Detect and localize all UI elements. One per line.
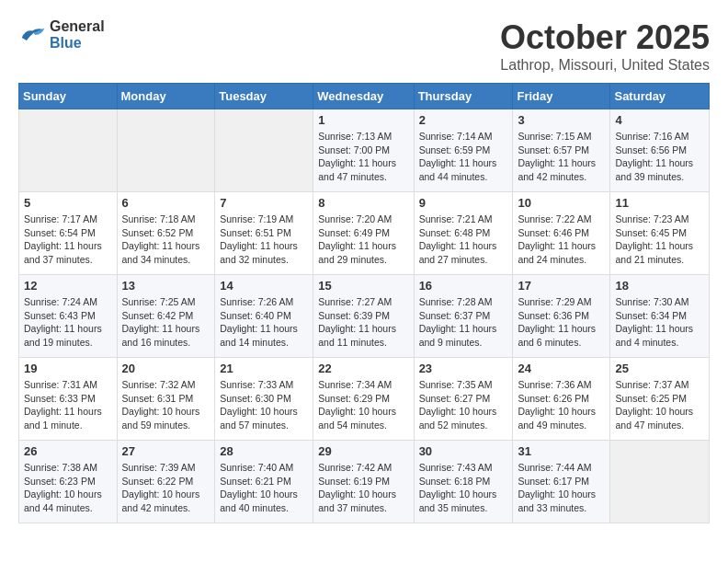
calendar-cell: 21Sunrise: 7:33 AM Sunset: 6:30 PM Dayli… xyxy=(215,358,313,441)
calendar-week-row: 26Sunrise: 7:38 AM Sunset: 6:23 PM Dayli… xyxy=(19,441,710,523)
day-number: 10 xyxy=(518,196,605,210)
calendar-cell: 16Sunrise: 7:28 AM Sunset: 6:37 PM Dayli… xyxy=(414,275,513,358)
day-number: 26 xyxy=(24,444,112,458)
day-number: 2 xyxy=(419,113,508,127)
day-info: Sunrise: 7:25 AM Sunset: 6:42 PM Dayligh… xyxy=(122,295,210,350)
title-block: October 2025 Lathrop, Missouri, United S… xyxy=(500,18,710,74)
calendar-cell: 28Sunrise: 7:40 AM Sunset: 6:21 PM Dayli… xyxy=(215,441,313,523)
day-info: Sunrise: 7:36 AM Sunset: 6:26 PM Dayligh… xyxy=(518,378,605,432)
weekday-header: Wednesday xyxy=(313,84,414,109)
day-info: Sunrise: 7:28 AM Sunset: 6:37 PM Dayligh… xyxy=(419,295,508,350)
day-number: 30 xyxy=(419,444,508,458)
bird-icon xyxy=(18,24,46,46)
day-info: Sunrise: 7:17 AM Sunset: 6:54 PM Dayligh… xyxy=(24,213,112,267)
calendar-cell: 13Sunrise: 7:25 AM Sunset: 6:42 PM Dayli… xyxy=(117,275,215,358)
day-info: Sunrise: 7:31 AM Sunset: 6:33 PM Dayligh… xyxy=(24,378,112,432)
day-number: 20 xyxy=(122,362,210,375)
calendar-week-row: 5Sunrise: 7:17 AM Sunset: 6:54 PM Daylig… xyxy=(19,192,710,275)
day-number: 1 xyxy=(318,113,408,127)
page-header: General Blue October 2025 Lathrop, Misso… xyxy=(18,18,710,74)
day-info: Sunrise: 7:33 AM Sunset: 6:30 PM Dayligh… xyxy=(220,378,308,432)
day-info: Sunrise: 7:38 AM Sunset: 6:23 PM Dayligh… xyxy=(24,461,112,515)
day-info: Sunrise: 7:23 AM Sunset: 6:45 PM Dayligh… xyxy=(615,213,704,267)
day-info: Sunrise: 7:18 AM Sunset: 6:52 PM Dayligh… xyxy=(122,213,210,267)
weekday-header-row: SundayMondayTuesdayWednesdayThursdayFrid… xyxy=(19,84,710,109)
day-info: Sunrise: 7:27 AM Sunset: 6:39 PM Dayligh… xyxy=(318,295,408,350)
day-info: Sunrise: 7:34 AM Sunset: 6:29 PM Dayligh… xyxy=(318,378,408,432)
day-info: Sunrise: 7:44 AM Sunset: 6:17 PM Dayligh… xyxy=(518,461,605,515)
calendar-cell: 25Sunrise: 7:37 AM Sunset: 6:25 PM Dayli… xyxy=(610,358,710,441)
calendar-cell: 6Sunrise: 7:18 AM Sunset: 6:52 PM Daylig… xyxy=(117,192,215,275)
day-number: 21 xyxy=(220,362,308,375)
calendar-cell: 3Sunrise: 7:15 AM Sunset: 6:57 PM Daylig… xyxy=(513,109,610,192)
weekday-header: Saturday xyxy=(610,84,710,109)
calendar-cell: 17Sunrise: 7:29 AM Sunset: 6:36 PM Dayli… xyxy=(513,275,610,358)
day-info: Sunrise: 7:19 AM Sunset: 6:51 PM Dayligh… xyxy=(220,213,308,267)
calendar-cell: 5Sunrise: 7:17 AM Sunset: 6:54 PM Daylig… xyxy=(19,192,118,275)
calendar-week-row: 19Sunrise: 7:31 AM Sunset: 6:33 PM Dayli… xyxy=(19,358,710,441)
weekday-header: Thursday xyxy=(414,84,513,109)
day-info: Sunrise: 7:26 AM Sunset: 6:40 PM Dayligh… xyxy=(220,295,308,350)
calendar-cell: 8Sunrise: 7:20 AM Sunset: 6:49 PM Daylig… xyxy=(313,192,414,275)
logo-general: General xyxy=(50,18,105,34)
weekday-header: Friday xyxy=(513,84,610,109)
day-number: 25 xyxy=(615,362,704,375)
day-info: Sunrise: 7:16 AM Sunset: 6:56 PM Dayligh… xyxy=(615,130,704,184)
day-number: 15 xyxy=(318,279,408,293)
calendar-week-row: 12Sunrise: 7:24 AM Sunset: 6:43 PM Dayli… xyxy=(19,275,710,358)
day-number: 14 xyxy=(220,279,308,293)
calendar-cell: 19Sunrise: 7:31 AM Sunset: 6:33 PM Dayli… xyxy=(19,358,118,441)
day-number: 29 xyxy=(318,444,408,458)
day-info: Sunrise: 7:39 AM Sunset: 6:22 PM Dayligh… xyxy=(122,461,210,515)
day-info: Sunrise: 7:37 AM Sunset: 6:25 PM Dayligh… xyxy=(615,378,704,432)
day-number: 27 xyxy=(122,444,210,458)
calendar-cell: 15Sunrise: 7:27 AM Sunset: 6:39 PM Dayli… xyxy=(313,275,414,358)
month-title: October 2025 xyxy=(500,18,710,57)
day-info: Sunrise: 7:42 AM Sunset: 6:19 PM Dayligh… xyxy=(318,461,408,515)
calendar-cell: 26Sunrise: 7:38 AM Sunset: 6:23 PM Dayli… xyxy=(19,441,118,523)
calendar-cell xyxy=(19,109,118,192)
calendar-cell: 27Sunrise: 7:39 AM Sunset: 6:22 PM Dayli… xyxy=(117,441,215,523)
calendar-cell: 10Sunrise: 7:22 AM Sunset: 6:46 PM Dayli… xyxy=(513,192,610,275)
day-number: 3 xyxy=(518,113,605,127)
day-number: 31 xyxy=(518,444,605,458)
calendar-cell: 18Sunrise: 7:30 AM Sunset: 6:34 PM Dayli… xyxy=(610,275,710,358)
day-number: 11 xyxy=(615,196,704,210)
day-number: 4 xyxy=(615,113,704,127)
day-info: Sunrise: 7:43 AM Sunset: 6:18 PM Dayligh… xyxy=(419,461,508,515)
weekday-header: Tuesday xyxy=(215,84,313,109)
day-number: 22 xyxy=(318,362,408,375)
day-number: 5 xyxy=(24,196,112,210)
weekday-header: Monday xyxy=(117,84,215,109)
day-info: Sunrise: 7:29 AM Sunset: 6:36 PM Dayligh… xyxy=(518,295,605,350)
logo-blue: Blue xyxy=(50,35,82,51)
weekday-header: Sunday xyxy=(19,84,118,109)
calendar-cell: 1Sunrise: 7:13 AM Sunset: 7:00 PM Daylig… xyxy=(313,109,414,192)
day-number: 13 xyxy=(122,279,210,293)
calendar-cell: 29Sunrise: 7:42 AM Sunset: 6:19 PM Dayli… xyxy=(313,441,414,523)
day-number: 16 xyxy=(419,279,508,293)
day-info: Sunrise: 7:35 AM Sunset: 6:27 PM Dayligh… xyxy=(419,378,508,432)
calendar-cell: 11Sunrise: 7:23 AM Sunset: 6:45 PM Dayli… xyxy=(610,192,710,275)
calendar-cell: 14Sunrise: 7:26 AM Sunset: 6:40 PM Dayli… xyxy=(215,275,313,358)
calendar-cell: 4Sunrise: 7:16 AM Sunset: 6:56 PM Daylig… xyxy=(610,109,710,192)
calendar-week-row: 1Sunrise: 7:13 AM Sunset: 7:00 PM Daylig… xyxy=(19,109,710,192)
calendar-cell: 2Sunrise: 7:14 AM Sunset: 6:59 PM Daylig… xyxy=(414,109,513,192)
day-number: 6 xyxy=(122,196,210,210)
calendar-cell: 12Sunrise: 7:24 AM Sunset: 6:43 PM Dayli… xyxy=(19,275,118,358)
calendar-cell: 31Sunrise: 7:44 AM Sunset: 6:17 PM Dayli… xyxy=(513,441,610,523)
day-number: 28 xyxy=(220,444,308,458)
day-number: 7 xyxy=(220,196,308,210)
calendar-cell xyxy=(610,441,710,523)
calendar-table: SundayMondayTuesdayWednesdayThursdayFrid… xyxy=(18,83,710,523)
location-title: Lathrop, Missouri, United States xyxy=(500,57,710,74)
calendar-cell xyxy=(215,109,313,192)
day-info: Sunrise: 7:32 AM Sunset: 6:31 PM Dayligh… xyxy=(122,378,210,432)
calendar-cell: 9Sunrise: 7:21 AM Sunset: 6:48 PM Daylig… xyxy=(414,192,513,275)
day-info: Sunrise: 7:13 AM Sunset: 7:00 PM Dayligh… xyxy=(318,130,408,184)
logo: General Blue xyxy=(18,18,105,52)
calendar-cell: 24Sunrise: 7:36 AM Sunset: 6:26 PM Dayli… xyxy=(513,358,610,441)
day-info: Sunrise: 7:14 AM Sunset: 6:59 PM Dayligh… xyxy=(419,130,508,184)
day-info: Sunrise: 7:15 AM Sunset: 6:57 PM Dayligh… xyxy=(518,130,605,184)
day-info: Sunrise: 7:30 AM Sunset: 6:34 PM Dayligh… xyxy=(615,295,704,350)
